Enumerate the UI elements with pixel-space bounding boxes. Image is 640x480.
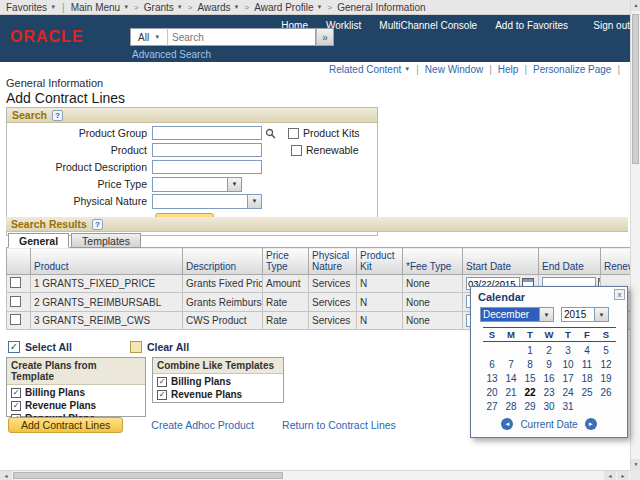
column-header-physical-nature[interactable]: Physical Nature [309,248,357,275]
scroll-up-icon[interactable]: ▲ [631,0,640,11]
horizontal-scrollbar-thumb[interactable] [13,472,283,479]
calendar-day[interactable]: 14 [502,372,521,386]
calendar-day[interactable]: 10 [559,358,578,372]
calendar-day-selected[interactable]: 22 [521,386,540,400]
calendar-day[interactable]: 7 [502,358,521,372]
calendar-day[interactable]: 30 [540,400,559,414]
field-row-product: Product Renewable [7,143,377,157]
breadcrumb-item-awards[interactable]: Awards ▼ [197,2,239,13]
bottom-actions: Add Contract Lines Create Adhoc Product … [8,417,396,433]
row-select-checkbox[interactable] [10,277,21,288]
calendar-day[interactable]: 20 [483,386,502,400]
calendar-day[interactable]: 5 [597,344,616,358]
help-link[interactable]: Help [498,64,519,75]
calendar-day[interactable]: 16 [540,372,559,386]
column-header-product[interactable]: Product [31,248,183,275]
calendar-day[interactable]: 27 [483,400,502,414]
search-go-button[interactable]: » [316,28,334,46]
advanced-search-link[interactable]: Advanced Search [132,49,211,60]
create-adhoc-product-link[interactable]: Create Adhoc Product [151,419,254,431]
breadcrumb-separator-icon: > [327,3,332,12]
column-header-product-kit[interactable]: Product Kit [357,248,403,275]
combine-revenue-plans-checkbox[interactable]: ✓ [157,390,167,400]
product-input[interactable] [152,143,262,157]
scroll-left-icon[interactable]: ◄ [604,471,616,480]
product-kits-checkbox[interactable] [288,128,299,139]
breadcrumb-item-grants[interactable]: Grants ▼ [144,2,183,13]
year-select[interactable]: 2015 ▼ [561,307,609,322]
column-header-end-date[interactable]: End Date [539,248,601,275]
column-header-price-type[interactable]: Price Type [263,248,309,275]
price-type-select[interactable]: ▼ [152,177,242,192]
row-select-checkbox[interactable] [10,314,21,325]
calendar-day[interactable]: 2 [540,344,559,358]
select-all-link[interactable]: ✓ Select All [8,341,72,353]
calendar-day[interactable]: 4 [578,344,597,358]
close-icon[interactable]: x [614,289,625,300]
calendar-day[interactable]: 19 [597,372,616,386]
breadcrumb-item-current[interactable]: General Information [337,2,425,13]
renewable-checkbox[interactable] [291,145,302,156]
calendar-day[interactable]: 6 [483,358,502,372]
calendar-day[interactable]: 1 [521,344,540,358]
calendar-day[interactable]: 3 [559,344,578,358]
new-window-link[interactable]: New Window [425,64,483,75]
calendar-day[interactable]: 12 [597,358,616,372]
calendar-day[interactable]: 8 [521,358,540,372]
column-header-fee-type[interactable]: *Fee Type [403,248,463,275]
next-month-icon[interactable]: ► [585,418,597,430]
tab-templates[interactable]: Templates [71,233,141,248]
column-header-renewable[interactable]: Renewable [601,248,631,275]
clear-all-link[interactable]: Clear All [130,341,189,353]
combine-billing-plans-checkbox[interactable]: ✓ [157,377,167,387]
scroll-down-icon[interactable]: ▼ [631,459,640,470]
row-select-checkbox[interactable] [10,296,21,307]
horizontal-scrollbar[interactable]: ◄ ◄ ► [0,470,630,480]
favorites-menu[interactable]: Favorites ▼ [6,2,56,13]
vertical-scrollbar-thumb[interactable] [632,14,639,164]
breadcrumb-item-main-menu[interactable]: Main Menu ▼ [71,2,129,13]
current-date-link[interactable]: Current Date [520,419,577,430]
calendar-day[interactable]: 17 [559,372,578,386]
add-to-favorites-link[interactable]: Add to Favorites [495,20,568,31]
calendar-day[interactable]: 15 [521,372,540,386]
calendar-day[interactable]: 25 [578,386,597,400]
calendar-day[interactable]: 31 [559,400,578,414]
scroll-right-icon[interactable]: ► [617,471,629,480]
column-header-start-date[interactable]: Start Date [463,248,539,275]
column-header-description[interactable]: Description [183,248,263,275]
previous-month-icon[interactable]: ◄ [501,418,513,430]
calendar-day[interactable]: 21 [502,386,521,400]
search-scope-select[interactable]: All ▼ [130,28,168,46]
return-to-contract-lines-link[interactable]: Return to Contract Lines [282,419,396,431]
personalize-page-link[interactable]: Personalize Page [533,64,611,75]
sign-out-link[interactable]: Sign out [593,20,630,31]
help-icon[interactable]: ? [52,110,63,121]
calendar-day[interactable]: 9 [540,358,559,372]
calendar-day[interactable]: 26 [597,386,616,400]
page-section-label: General Information [6,77,103,89]
calendar-day[interactable]: 11 [578,358,597,372]
multichannel-console-link[interactable]: MultiChannel Console [379,20,477,31]
billing-plans-checkbox[interactable]: ✓ [11,388,21,398]
calendar-day[interactable]: 29 [521,400,540,414]
breadcrumb-item-award-profile[interactable]: Award Profile ▼ [254,2,322,13]
calendar-day[interactable]: 13 [483,372,502,386]
calendar-day[interactable]: 23 [540,386,559,400]
product-description-input[interactable] [152,160,262,174]
related-content-menu[interactable]: Related Content ▼ [329,64,410,75]
vertical-scrollbar[interactable]: ▲ ▼ [630,0,640,470]
add-contract-lines-button[interactable]: Add Contract Lines [8,417,123,433]
revenue-plans-checkbox[interactable]: ✓ [11,401,21,411]
calendar-day[interactable]: 18 [578,372,597,386]
scroll-left-icon[interactable]: ◄ [0,471,12,480]
search-input[interactable] [168,28,316,46]
calendar-day[interactable]: 28 [502,400,521,414]
physical-nature-select[interactable]: ▼ [152,194,262,209]
product-group-input[interactable] [152,126,262,140]
help-icon[interactable]: ? [92,219,103,230]
tab-general[interactable]: General [8,233,69,248]
calendar-day[interactable]: 24 [559,386,578,400]
month-select[interactable]: December ▼ [480,307,554,322]
lookup-magnifier-icon[interactable] [265,128,276,139]
